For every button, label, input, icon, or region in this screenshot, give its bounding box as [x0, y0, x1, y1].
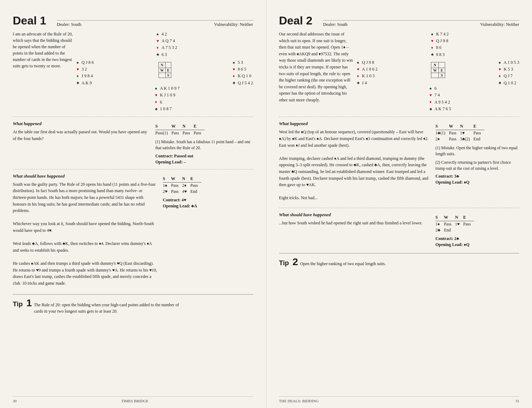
d2-west-diamonds: K 1 0 3 [362, 73, 375, 79]
tip2-label: Tip [279, 259, 289, 267]
compass-s: S [165, 73, 171, 78]
page1-number: 30 [13, 399, 17, 403]
deal1-dealer: Dealer: South [57, 22, 81, 27]
deal1-intro: I am an advocate of the Rule of 20, whic… [13, 31, 73, 112]
deal1-title: Deal 1 [13, 14, 46, 27]
tip1-label: Tip [13, 300, 23, 308]
opening-lead2: Opening Lead: ♣A [163, 203, 253, 209]
what-happened-title: What happened [13, 121, 150, 127]
bid-header-n: N [183, 123, 194, 130]
d2-north-spades: K 7 4 2 [436, 31, 449, 38]
tip1-bar: Tip 1 The Rule of 20: open the bidding w… [13, 294, 253, 314]
deal2-dealer: Dealer: South [323, 22, 348, 27]
compass-e: E [165, 68, 171, 73]
d2-east-spades: A 1 0 5 3 [504, 59, 519, 66]
east-hearts: 8 6 5 [238, 66, 246, 73]
bid-row: 1♣(1)Pass1♥Pass [436, 130, 484, 136]
deal2-intro: Our second deal addresses the issue of w… [279, 31, 354, 112]
bid-row: Pass(1)PassPassPass [155, 130, 205, 136]
north-diamonds: A 7 5 3 2 [162, 44, 177, 51]
d2-bidding-table-2: SWNE 1♦Pass1♥Pass 2♣End [436, 214, 519, 233]
south-hearts: K J 1 0 9 [160, 92, 175, 99]
bid-row: 1♦Pass1♥Pass [436, 221, 475, 227]
d2-south-diamonds: A 9 5 4 2 [434, 99, 450, 106]
compass-n: N [159, 62, 165, 68]
bid-row: 2♦Pass3♣(2)End [436, 136, 484, 142]
west-clubs: A K 9 [82, 80, 92, 86]
d2-south-clubs: A K 7 6 5 [434, 106, 451, 112]
east-spades: 5 3 [238, 59, 243, 66]
d2-north-clubs: 9 8 3 [436, 51, 444, 58]
bid-header-e: E [194, 123, 205, 130]
d2-compass-n: N [431, 62, 439, 68]
south-clubs: 1 0 8 7 [160, 106, 172, 112]
east-diamonds: K Q 1 0 [238, 73, 251, 79]
contract1: Contract: Passed out [155, 153, 253, 159]
d2-compass-e: E [439, 68, 445, 73]
d2-west-clubs: J 4 [362, 80, 367, 86]
bid-header-s: S [155, 123, 171, 130]
page1-footer-center: TIMES BRIDGE [121, 399, 149, 403]
deal1-vulnerability: Vulnerability: Neither [214, 22, 253, 27]
d2-west-hearts: A 1 0 6 2 [362, 66, 378, 73]
north-spades: 4 2 [162, 31, 167, 38]
what-happened-text: At the table our first deal was actually… [13, 129, 150, 142]
d2-opening-lead2: Opening Lead: ♠Q [436, 242, 519, 247]
north-clubs: 6 3 [162, 51, 167, 58]
opening-lead1: Opening Lead: – [155, 160, 253, 165]
tip2-number: 2 [293, 257, 298, 267]
page2-footer-left: THE DEALS: BIDDING [279, 399, 319, 403]
d2-what-happened-text: West led the ♠Q (top of an honour sequen… [279, 129, 430, 201]
d2-bidding-table-1: SWNE 1♣(1)Pass1♥Pass 2♦Pass3♣(2)End [436, 123, 519, 142]
bid-row: 2♣End [436, 227, 475, 233]
d2-what-happened-title: What happened [279, 121, 430, 127]
bid-header-w: W [171, 123, 182, 130]
compass-w: W [159, 68, 165, 73]
d2-east-hearts: K 5 3 [504, 66, 513, 73]
tip2-text: Open the higher-ranking of two equal len… [300, 261, 386, 267]
page2-number: 31 [515, 399, 519, 403]
d2-south-spades: 6 [434, 85, 437, 92]
east-clubs: Q J 5 4 2 [238, 80, 253, 86]
bidding-table-1: S W N E Pass(1)PassPassPass [155, 123, 253, 136]
d2-south-hearts: 7 4 [434, 92, 440, 99]
d2-east-diamonds: Q J 7 [504, 73, 512, 79]
west-diamonds: J 9 8 4 [82, 73, 93, 79]
bid-row: 2♥Pass4♥End [163, 189, 201, 195]
tip1-text: The Rule of 20: open the bidding when yo… [34, 302, 183, 314]
south-diamonds: 6 [160, 99, 162, 106]
tip1-number: 1 [26, 298, 32, 308]
what-should-title: What should have happened [13, 173, 157, 180]
west-spades: Q J 8 6 [82, 59, 94, 66]
d2-opening-lead1: Opening Lead: ♠Q [436, 180, 519, 185]
d2-west-spades: Q J 9 8 [362, 59, 374, 66]
d2-footnote1: (1) Mistake. Open the higher ranking of … [436, 145, 519, 157]
page1-footer: 30 TIMES BRIDGE [13, 396, 253, 403]
d2-contract1: Contract: 3♣ [436, 174, 519, 179]
d2-east-clubs: Q 1 0 2 [504, 80, 516, 86]
d2-what-should-text: ...but how South wished he had opened th… [279, 220, 430, 227]
deal2-vulnerability: Vulnerability: Neither [480, 22, 519, 27]
d2-compass-s: S [439, 73, 445, 78]
bidding-table-2: SWNE 1♠Pass2♦Pass 2♥Pass4♥End [163, 176, 253, 195]
bid-row: 1♠Pass2♦Pass [163, 182, 201, 189]
tip2-bar: Tip 2 Open the higher-ranking of two equ… [279, 253, 520, 267]
contract2: Contract: 4♥ [163, 197, 253, 203]
d2-north-diamonds: 8 6 [436, 44, 441, 51]
d2-north-hearts: Q J 9 8 [436, 38, 448, 44]
west-hearts: 3 2 [82, 66, 87, 73]
d2-contract2: Contract: 2♣ [436, 236, 519, 241]
what-should-text: South was the guilty party. The Rule of … [13, 181, 157, 287]
d2-footnote2: (2) Correctly returning to partner's fir… [436, 160, 519, 172]
north-hearts: A Q 7 4 [162, 38, 175, 44]
d2-compass-w: W [431, 68, 439, 73]
south-spades: A K 1 0 9 7 [160, 85, 180, 92]
page2-footer: THE DEALS: BIDDING 31 [279, 396, 520, 403]
deal2-title: Deal 2 [279, 14, 312, 27]
footnote1: (1) Mistake. South has a fabulous 11 poi… [155, 139, 253, 151]
d2-what-should-title: What should have happened [279, 212, 430, 218]
